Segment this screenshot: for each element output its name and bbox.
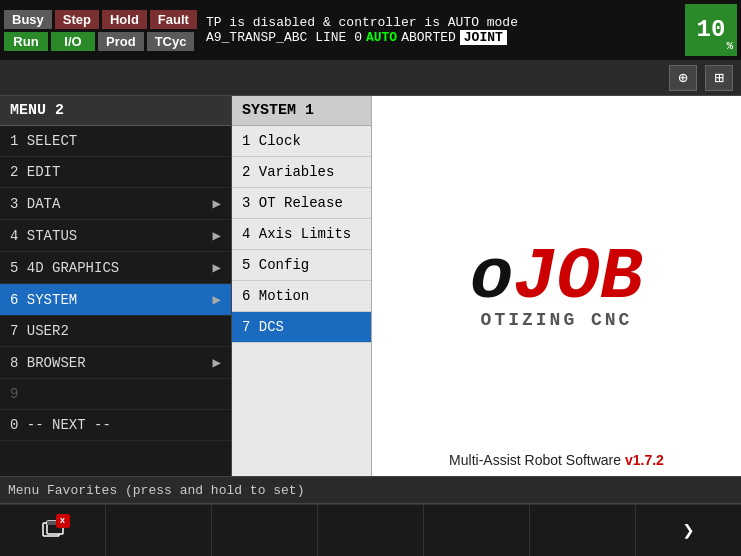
percent-value: 10 [697,18,726,42]
run-button[interactable]: Run [4,32,48,51]
software-info: Multi-Assist Robot Software v1.7.2 [372,452,741,468]
io-button[interactable]: I/O [51,32,95,51]
status-auto: AUTO [366,30,397,45]
menu2: MENU 2 1 SELECT 2 EDIT 3 DATA ▶ 4 STATUS… [0,96,232,476]
status-row-2: Run I/O Prod TCyc [4,32,197,51]
fkey-5[interactable] [424,505,530,556]
arrow-icon: ▶ [213,354,221,371]
system1-item-otrelease[interactable]: 3 OT Release [232,188,371,219]
system1-item-motion[interactable]: 6 Motion [232,281,371,312]
arrow-icon: ▶ [213,195,221,212]
logo-o: o [470,242,513,314]
top-bar: Busy Step Hold Fault Run I/O Prod TCyc T… [0,0,741,60]
status-line2: A9_TRANSP_ABC LINE 0 AUTO ABORTED JOINT [206,30,676,45]
menu-fav-label: Menu Favorites (press and hold to set) [8,483,304,498]
menu2-item-edit[interactable]: 2 EDIT [0,157,231,188]
system1-item-dcs[interactable]: 7 DCS [232,312,371,343]
system1-menu: SYSTEM 1 1 Clock 2 Variables 3 OT Releas… [232,96,372,476]
logo-subtitle: OTIZING CNC [481,310,633,330]
percent-sign: % [726,40,733,52]
busy-button[interactable]: Busy [4,10,52,29]
window-badge: x [56,514,70,528]
fkey-2[interactable] [106,505,212,556]
menu2-item-data[interactable]: 3 DATA ▶ [0,188,231,220]
menu2-item-next[interactable]: 0 -- NEXT -- [0,410,231,441]
fkey-3[interactable] [212,505,318,556]
logo-area: o JOB OTIZING CNC Multi-Assist Robot Sof… [372,96,741,476]
logo: o JOB [470,242,643,314]
tcyc-button[interactable]: TCyc [147,32,195,51]
logo-job: JOB [513,242,643,314]
icon-bar: ⊕ ⊞ [0,60,741,96]
system1-header: SYSTEM 1 [232,96,371,126]
menu2-item-user2[interactable]: 7 USER2 [0,316,231,347]
status-message: TP is disabled & controller is AUTO mode… [200,15,682,45]
menu2-item-system[interactable]: 6 SYSTEM ▶ [0,284,231,316]
zoom-icon: ⊕ [678,68,688,88]
status-prefix: A9_TRANSP_ABC LINE 0 [206,30,362,45]
fault-button[interactable]: Fault [150,10,197,29]
main-area: MENU 2 1 SELECT 2 EDIT 3 DATA ▶ 4 STATUS… [0,96,741,476]
software-version: v1.7.2 [625,452,664,468]
arrow-icon: ▶ [213,227,221,244]
fkey-next[interactable]: ❯ [636,505,741,556]
prod-button[interactable]: Prod [98,32,144,51]
menu2-item-browser[interactable]: 8 BROWSER ▶ [0,347,231,379]
menu2-item-status[interactable]: 4 STATUS ▶ [0,220,231,252]
status-line1: TP is disabled & controller is AUTO mode [206,15,676,30]
fkey-bar: x ❯ [0,504,741,556]
menu2-item-4dgraphics[interactable]: 5 4D GRAPHICS ▶ [0,252,231,284]
status-buttons: Busy Step Hold Fault Run I/O Prod TCyc [4,10,197,51]
system1-item-config[interactable]: 5 Config [232,250,371,281]
layout-button[interactable]: ⊞ [705,65,733,91]
menu-fav-bar: Menu Favorites (press and hold to set) [0,476,741,504]
layout-icon: ⊞ [714,68,724,88]
next-icon: ❯ [682,518,694,543]
status-aborted: ABORTED [401,30,456,45]
hold-button[interactable]: Hold [102,10,147,29]
menu2-header: MENU 2 [0,96,231,126]
zoom-button[interactable]: ⊕ [669,65,697,91]
menu2-item-9: 9 [0,379,231,410]
arrow-icon: ▶ [213,291,221,308]
step-button[interactable]: Step [55,10,99,29]
arrow-icon: ▶ [213,259,221,276]
menu2-item-select[interactable]: 1 SELECT [0,126,231,157]
fkey-4[interactable] [318,505,424,556]
status-joint: JOINT [460,30,507,45]
fkey-6[interactable] [530,505,636,556]
status-row-1: Busy Step Hold Fault [4,10,197,29]
window-icon: x [42,520,64,542]
system1-item-axislimits[interactable]: 4 Axis Limits [232,219,371,250]
system1-item-variables[interactable]: 2 Variables [232,157,371,188]
software-label: Multi-Assist Robot Software [449,452,621,468]
fkey-1[interactable]: x [0,505,106,556]
percent-box: 10 % [685,4,737,56]
system1-item-clock[interactable]: 1 Clock [232,126,371,157]
